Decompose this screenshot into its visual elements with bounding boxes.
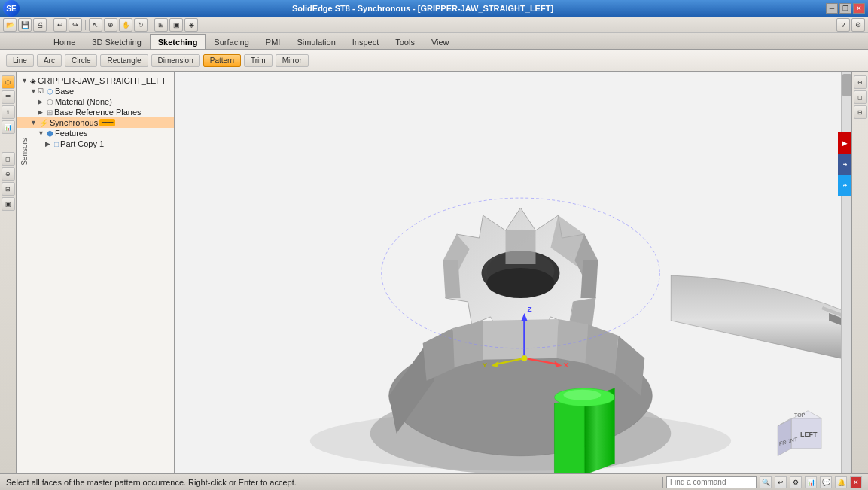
right-sidebar-icon-3[interactable]: ⊞ [854, 105, 867, 119]
tree-expand-planes[interactable]: ▶ [38, 108, 45, 116]
sidebar-icon-pathfinder[interactable]: ⬡ [2, 75, 15, 89]
sidebar-icon-view3[interactable]: ⊞ [2, 182, 15, 196]
qa-misc2-button[interactable]: ▣ [169, 18, 183, 32]
tab-tools[interactable]: Tools [387, 34, 423, 49]
sidebar-icon-view2[interactable]: ⊕ [2, 167, 15, 181]
tree-label-features: Features [55, 129, 87, 138]
ribbon-dimension-button[interactable]: Dimension [151, 54, 200, 67]
status-find-area: 🔍 ↩ ⚙ 📊 💬 🔔 ✕ [666, 476, 862, 488]
sync-badge: ━━━ [99, 119, 115, 126]
ribbon-trim-button[interactable]: Trim [244, 54, 273, 67]
status-icon-1[interactable]: ↩ [775, 476, 787, 488]
tree-item-features[interactable]: ▼ ⬢ Features [17, 128, 174, 138]
right-sidebar: ⊕ ◻ ⊞ [851, 72, 868, 473]
tree-panel: ▼ ◈ GRIPPER-JAW_STRAIGHT_LEFT ▼ ☑ ⬡ Base… [17, 72, 175, 473]
qa-settings-button[interactable]: ⚙ [851, 18, 865, 32]
social-sidebar: ▶ f t [838, 132, 851, 196]
svg-point-15 [521, 355, 527, 361]
scene-svg: Z X Y LEFT FRONT TOP [175, 72, 851, 473]
qa-save-button[interactable]: 💾 [18, 18, 32, 32]
sync-icon: ⚡ [39, 119, 48, 127]
facebook-button[interactable]: f [838, 154, 851, 175]
viewport[interactable]: Z X Y LEFT FRONT TOP [175, 72, 851, 473]
ribbon-rectangle-button[interactable]: Rectangle [100, 54, 148, 67]
sidebar-icon-sensors[interactable]: 📊 [2, 120, 15, 134]
sidebar-icon-view1[interactable]: ◻ [2, 152, 15, 166]
restore-button[interactable]: ❐ [839, 3, 851, 14]
find-command-input[interactable] [666, 476, 757, 488]
tab-pmi[interactable]: PMI [257, 34, 289, 49]
qa-rotate-button[interactable]: ↻ [134, 18, 148, 32]
tab-view[interactable]: View [423, 34, 458, 49]
tree-item-material[interactable]: ▶ ⬡ Material (None) [17, 96, 174, 107]
svg-text:X: X [563, 361, 568, 369]
tree-item-base[interactable]: ▼ ☑ ⬡ Base [17, 86, 174, 96]
svg-point-8 [563, 390, 601, 400]
tree-item-gripper[interactable]: ▼ ◈ GRIPPER-JAW_STRAIGHT_LEFT [17, 75, 174, 86]
sidebar-icon-properties[interactable]: ℹ [2, 105, 15, 119]
status-bar: Select all faces of the master pattern o… [0, 473, 868, 490]
qa-misc3-button[interactable]: ◈ [184, 18, 198, 32]
scrollbar-thumb[interactable] [842, 74, 851, 96]
qa-zoom-button[interactable]: ⊕ [104, 18, 117, 32]
tree-expand-synchronous[interactable]: ▼ [30, 119, 38, 126]
tab-surfacing[interactable]: Surfacing [206, 34, 257, 49]
tree-item-planes[interactable]: ▶ ⊞ Base Reference Planes [17, 107, 174, 117]
tree-item-synchronous[interactable]: ▼ ⚡ Synchronous ━━━ [17, 117, 174, 128]
svg-text:TOP: TOP [794, 412, 806, 418]
features-icon: ⬢ [47, 129, 53, 138]
tree-label-partcopy: Part Copy 1 [60, 139, 104, 148]
status-icon-4[interactable]: 💬 [820, 476, 832, 488]
qa-print-button[interactable]: 🖨 [33, 18, 47, 32]
status-icon-5[interactable]: 🔔 [835, 476, 847, 488]
qa-help-button[interactable]: ? [836, 18, 850, 32]
youtube-button[interactable]: ▶ [838, 132, 851, 154]
status-icon-2[interactable]: ⚙ [790, 476, 802, 488]
planes-icon: ⊞ [47, 108, 53, 117]
ribbon-arc-button[interactable]: Arc [37, 54, 62, 67]
minimize-button[interactable]: ─ [826, 3, 838, 14]
svg-text:LEFT: LEFT [800, 431, 818, 438]
right-sidebar-icon-1[interactable]: ⊕ [854, 75, 867, 89]
svg-text:Z: Z [527, 305, 531, 313]
close-button[interactable]: ✕ [853, 3, 865, 14]
right-sidebar-icon-2[interactable]: ◻ [854, 90, 867, 104]
ribbon-mirror-button[interactable]: Mirror [276, 54, 309, 67]
qa-pan-button[interactable]: ✋ [119, 18, 132, 32]
part-icon: ◈ [30, 77, 36, 85]
tab-simulation[interactable]: Simulation [288, 34, 343, 49]
tree-expand-gripper[interactable]: ▼ [21, 77, 29, 84]
qa-open-button[interactable]: 📂 [3, 18, 17, 32]
qa-select-button[interactable]: ↖ [89, 18, 102, 32]
quick-access-toolbar: 📂 💾 🖨 ↩ ↪ ↖ ⊕ ✋ ↻ ⊞ ▣ ◈ ? ⚙ [0, 17, 868, 33]
app-logo: SE [3, 0, 20, 17]
title-bar-left: SE [3, 0, 20, 17]
tree-expand-features[interactable]: ▼ [38, 129, 45, 137]
tree-content: ▼ ◈ GRIPPER-JAW_STRAIGHT_LEFT ▼ ☑ ⬡ Base… [17, 72, 174, 152]
tree-label-planes: Base Reference Planes [54, 108, 142, 117]
tree-expand-base[interactable]: ▼ [30, 87, 38, 95]
sidebar-icon-layers[interactable]: ☰ [2, 90, 15, 104]
ribbon-pattern-button[interactable]: Pattern [203, 54, 241, 67]
tree-label-material: Material (None) [55, 97, 112, 106]
status-icon-close[interactable]: ✕ [850, 476, 862, 488]
ribbon-tabs: Home 3D Sketching Sketching Surfacing PM… [0, 33, 868, 50]
twitter-button[interactable]: t [838, 175, 851, 196]
tab-inspect[interactable]: Inspect [344, 34, 387, 49]
tab-3d-sketching[interactable]: 3D Sketching [84, 34, 149, 49]
tree-item-partcopy[interactable]: ▶ □ Part Copy 1 [17, 138, 174, 149]
tab-home[interactable]: Home [45, 34, 84, 49]
title-bar-controls: ─ ❐ ✕ [826, 3, 865, 14]
tree-expand-partcopy[interactable]: ▶ [45, 140, 53, 148]
qa-redo-button[interactable]: ↪ [69, 18, 82, 32]
qa-misc1-button[interactable]: ⊞ [154, 18, 168, 32]
find-button[interactable]: 🔍 [760, 476, 772, 488]
tree-expand-material[interactable]: ▶ [38, 98, 45, 105]
sidebar-icon-view4[interactable]: ▣ [2, 197, 15, 211]
status-icon-3[interactable]: 📊 [805, 476, 817, 488]
ribbon-line-button[interactable]: Line [6, 54, 34, 67]
tab-sketching[interactable]: Sketching [150, 34, 206, 49]
qa-separator-3 [151, 20, 151, 30]
qa-undo-button[interactable]: ↩ [53, 18, 67, 32]
ribbon-circle-button[interactable]: Circle [65, 54, 98, 67]
